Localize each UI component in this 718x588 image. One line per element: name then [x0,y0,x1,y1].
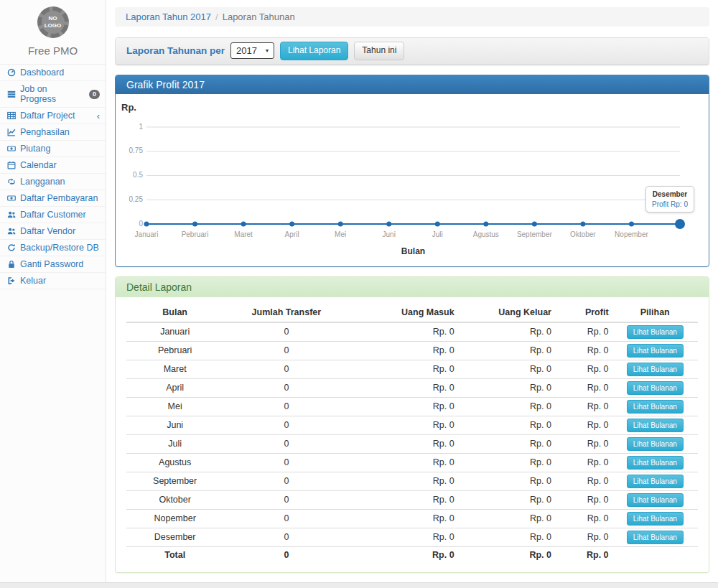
logo-area: NO LOGO Free PMO [0,0,106,64]
breadcrumb-separator: / [215,11,218,22]
lihat-bulanan-button[interactable]: Lihat Bulanan [627,325,684,339]
table-cell: Rp. 0 [555,416,612,434]
table-cell: 0 [223,397,349,416]
data-point-nopember[interactable] [629,221,634,226]
table-cell: Rp. 0 [458,434,555,453]
line-chart-icon [6,128,17,136]
x-tick-label: Januari [123,230,169,238]
table-cell: Rp. 0 [458,528,555,546]
table-row: Nopember0Rp. 0Rp. 0Rp. 0Lihat Bulanan [126,509,698,528]
table-cell: 0 [223,322,349,342]
sidebar-item-daftar-vendor[interactable]: Daftar Vendor [0,223,106,240]
table-cell: Rp. 0 [458,472,555,490]
table-cell: 0 [223,453,349,472]
table-cell: Rp. 0 [555,341,612,360]
breadcrumb-current: Laporan Tahunan [223,11,295,22]
sidebar-item-dashboard[interactable]: Dashboard [0,65,106,81]
x-tick-label: Juli [414,230,460,238]
lihat-bulanan-button[interactable]: Lihat Bulanan [627,363,684,376]
table-cell: Rp. 0 [349,490,457,509]
sidebar-item-keluar[interactable]: Keluar [0,273,106,289]
sidebar-item-penghasilan[interactable]: Penghasilan [0,124,106,141]
tooltip-value: Profit Rp: 0 [652,200,688,208]
table-row: Maret0Rp. 0Rp. 0Rp. 0Lihat Bulanan [126,360,698,378]
users-icon [6,227,17,235]
data-point-mei[interactable] [338,221,343,226]
table-cell: 0 [223,360,349,378]
data-point-pebruari[interactable] [192,221,197,226]
year-select[interactable]: 2017 ▾ [230,42,274,59]
brand-name: Free PMO [0,45,106,57]
table-cell: Rp. 0 [349,453,457,472]
table-cell: 0 [223,546,349,564]
chart-tooltip: Desember Profit Rp: 0 [645,186,694,213]
table-cell: Rp. 0 [458,397,555,416]
breadcrumb: Laporan Tahun 2017/Laporan Tahunan [115,7,709,27]
tahun-ini-button[interactable]: Tahun ini [354,42,404,60]
data-point-april[interactable] [289,221,294,226]
table-cell: Agustus [126,453,223,472]
data-point-januari[interactable] [144,221,149,226]
action-cell: Lihat Bulanan [612,397,698,416]
table-cell: Rp. 0 [555,490,612,509]
table-cell: Rp. 0 [458,453,555,472]
table-cell: Rp. 0 [555,472,612,490]
chevron-left-icon: ‹ [97,111,100,121]
chart-panel: Grafik Profit 2017 Rp. Desember Profit R… [115,75,709,267]
footer: Powered by Free PMO, and developed with … [0,582,718,588]
breadcrumb-link-laporan-tahun[interactable]: Laporan Tahun 2017 [126,11,211,22]
sidebar-item-label: Penghasilan [20,127,70,137]
sidebar-item-daftar-project[interactable]: Daftar Project‹ [0,108,106,124]
sidebar-item-calendar[interactable]: Calendar [0,157,106,174]
table-cell: Rp. 0 [555,434,612,453]
data-point-juli[interactable] [435,221,440,226]
sidebar-item-ganti-password[interactable]: Ganti Password [0,256,106,273]
table-cell: Januari [126,322,223,342]
action-cell [612,546,698,564]
table-cell: Rp. 0 [349,322,457,342]
lihat-bulanan-button[interactable]: Lihat Bulanan [627,344,684,358]
lihat-bulanan-button[interactable]: Lihat Bulanan [627,381,684,395]
data-point-maret[interactable] [241,221,246,226]
lihat-bulanan-button[interactable]: Lihat Bulanan [627,493,684,507]
lihat-bulanan-button[interactable]: Lihat Bulanan [627,419,684,432]
data-point-september[interactable] [532,221,537,226]
users-icon [6,210,17,219]
table-cell: Rp. 0 [349,416,457,434]
table-cell: Rp. 0 [349,397,457,416]
data-point-oktober[interactable] [580,221,585,226]
sidebar-item-langganan[interactable]: Langganan [0,174,106,190]
lihat-laporan-button[interactable]: Lihat Laporan [280,42,348,60]
table-cell: Juli [126,434,223,453]
sidebar-item-piutang[interactable]: Piutang [0,141,106,157]
data-point-desember[interactable] [675,219,685,229]
x-axis-title: Bulan [146,246,680,256]
sidebar-item-job-on-progress[interactable]: Job on Progress0 [0,81,106,108]
column-header: Pilihan [612,303,698,322]
lihat-bulanan-button[interactable]: Lihat Bulanan [627,512,684,526]
data-point-agustus[interactable] [483,221,488,226]
sidebar-item-label: Daftar Customer [20,210,86,220]
x-tick-label: April [269,230,315,238]
table-cell: Rp. 0 [349,434,457,453]
detail-panel-title: Detail Laporan [116,277,709,297]
lihat-bulanan-button[interactable]: Lihat Bulanan [627,475,684,488]
year-select-value: 2017 [236,45,257,56]
action-cell: Lihat Bulanan [612,490,698,509]
table-icon [6,111,17,120]
sidebar-item-daftar-pembayaran[interactable]: Daftar Pembayaran [0,190,106,207]
data-point-juni[interactable] [386,221,391,226]
lihat-bulanan-button[interactable]: Lihat Bulanan [627,456,684,470]
column-header: Bulan [126,303,223,322]
sidebar-item-backup-restore-db[interactable]: Backup/Restore DB [0,240,106,256]
lihat-bulanan-button[interactable]: Lihat Bulanan [627,437,684,451]
action-cell: Lihat Bulanan [612,434,698,453]
chevron-down-icon: ▾ [266,47,269,54]
x-tick-label: Maret [220,230,266,238]
refresh-icon [6,243,17,252]
detail-table: BulanJumlah TransferUang MasukUang Kelua… [126,303,698,564]
sidebar-item-daftar-customer[interactable]: Daftar Customer [0,207,106,223]
lihat-bulanan-button[interactable]: Lihat Bulanan [627,400,684,414]
lihat-bulanan-button[interactable]: Lihat Bulanan [627,531,684,544]
table-cell: 0 [223,509,349,528]
